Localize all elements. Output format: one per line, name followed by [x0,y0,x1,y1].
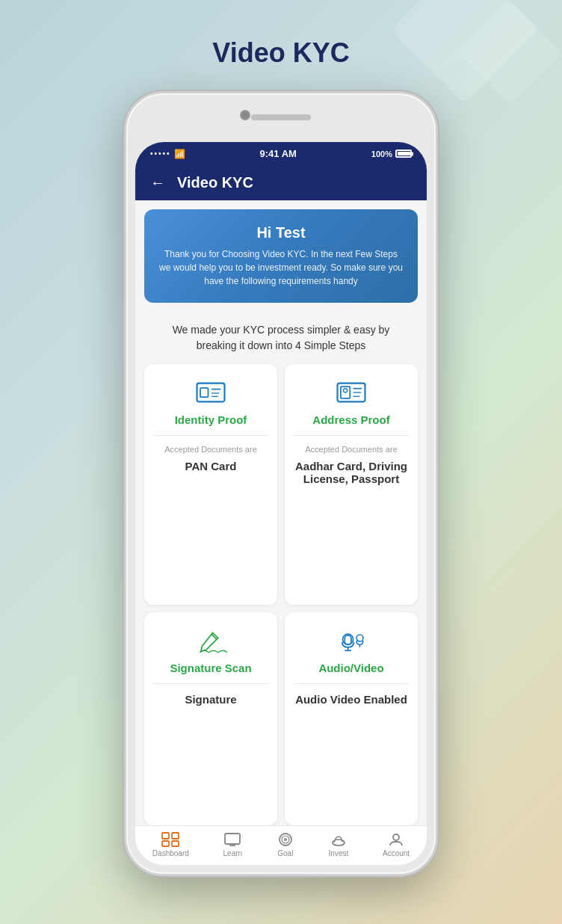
signal-dots: ••••• [150,150,171,158]
status-time: 9:41 AM [260,148,297,159]
nav-item-dashboard[interactable]: Dashboard [152,832,189,857]
wifi-icon: 📶 [174,149,185,159]
identity-subtitle: Accepted Documents are [164,445,257,454]
identity-proof-title: Identity Proof [175,413,247,426]
address-divider [294,435,409,436]
learn-label: Learn [223,849,243,857]
nav-title: Video KYC [177,174,253,191]
svg-rect-19 [172,833,179,839]
back-button[interactable]: ← [150,174,165,191]
welcome-description: Thank you for Choosing Video KYC. In the… [159,247,403,288]
invest-icon [330,832,348,847]
svg-rect-13 [345,635,351,644]
invest-label: Invest [329,849,349,857]
audio-video-divider [294,683,409,684]
signature-scan-title: Signature Scan [170,662,251,674]
audio-video-card[interactable]: Audio/Video Audio Video Enabled [285,612,418,825]
dashboard-label: Dashboard [152,849,189,857]
address-proof-title: Address Proof [312,413,389,426]
nav-item-invest[interactable]: Invest [329,832,349,857]
status-bar: ••••• 📶 9:41 AM 100% [135,142,427,165]
dashboard-icon [161,832,179,847]
status-left: ••••• 📶 [150,149,185,159]
svg-rect-20 [162,841,169,846]
svg-point-10 [343,389,347,392]
phone-button-vol-up [124,232,126,269]
address-value: Aadhar Card, Driving License, Passport [294,460,409,485]
phone-camera [240,110,250,120]
steps-subtitle: We made your KYC process simpler & easy … [135,312,427,364]
address-proof-icon [333,378,370,407]
address-proof-card[interactable]: Address Proof Accepted Documents are Aad… [285,364,418,605]
signature-scan-card[interactable]: Signature Scan Signature [144,612,277,825]
signature-divider [153,683,268,684]
battery-percent: 100% [371,150,392,158]
svg-point-16 [356,635,363,641]
signature-scan-icon [192,626,229,656]
svg-rect-18 [162,833,169,839]
phone-button-power [436,243,438,295]
kyc-cards-grid: Identity Proof Accepted Documents are PA… [135,364,427,825]
svg-rect-21 [172,841,179,846]
signature-value: Signature [185,693,236,706]
nav-item-learn[interactable]: Learn [223,832,243,857]
goal-icon [277,832,294,847]
svg-rect-1 [200,388,209,397]
audio-video-value: Audio Video Enabled [295,693,407,706]
identity-value: PAN Card [185,460,237,472]
nav-item-goal[interactable]: Goal [277,832,294,857]
nav-bar: ← Video KYC [135,165,427,200]
identity-divider [153,435,268,436]
audio-video-title: Audio/Video [318,662,383,674]
svg-rect-0 [197,384,225,402]
welcome-banner: Hi Test Thank you for Choosing Video KYC… [144,209,418,303]
svg-point-27 [284,838,287,841]
nav-item-account[interactable]: Account [383,832,410,857]
account-icon [387,832,405,847]
phone-screen: ••••• 📶 9:41 AM 100% ← Video KYC Hi Test… [135,142,427,865]
audio-video-icon [333,626,370,656]
phone-speaker [251,114,311,120]
identity-proof-icon [192,378,229,407]
account-label: Account [383,849,410,857]
welcome-greeting: Hi Test [159,224,403,241]
page-title: Video KYC [212,37,349,69]
battery-icon [395,150,412,158]
phone-frame: ••••• 📶 9:41 AM 100% ← Video KYC Hi Test… [124,91,438,876]
svg-point-29 [393,834,399,840]
learn-icon [223,832,241,847]
address-subtitle: Accepted Documents are [305,445,398,454]
svg-rect-22 [225,834,240,844]
identity-proof-card[interactable]: Identity Proof Accepted Documents are PA… [144,364,277,605]
goal-label: Goal [277,849,293,857]
status-right: 100% [371,150,412,158]
bottom-nav: Dashboard Learn Goal [135,825,427,865]
phone-button-vol-down [124,280,126,318]
phone-button-mute [124,198,126,221]
